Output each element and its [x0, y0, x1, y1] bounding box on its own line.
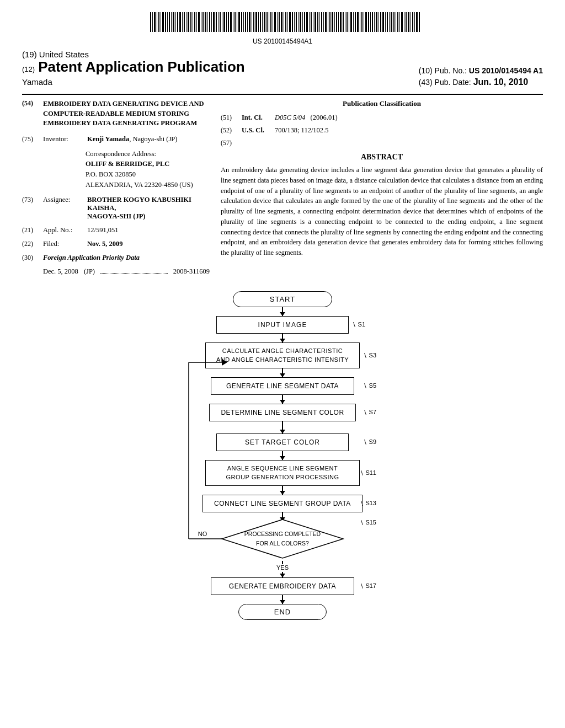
correspondence-block: Correspondence Address: OLIFF & BERRIDGE…	[86, 149, 210, 190]
flowchart-section: START INPUT IMAGE ∖ S1 CALCULATE ANGLE C…	[22, 291, 543, 620]
fc-end: END	[238, 604, 327, 620]
flowchart-wrapper: START INPUT IMAGE ∖ S1 CALCULATE ANGLE C…	[172, 291, 393, 620]
arrow-end	[282, 595, 283, 604]
svg-rect-36	[223, 12, 225, 32]
fc-s17: GENERATE EMBROIDERY DATA	[211, 577, 354, 595]
svg-rect-62	[279, 12, 280, 32]
priority-date: Dec. 5, 2008	[43, 267, 78, 276]
pub-no-value: US 2010/0145494 A1	[469, 66, 543, 75]
fc-s9-label: ∖ S9	[363, 438, 376, 446]
fc-s1-label: ∖ S1	[352, 321, 365, 328]
abstract-text: An embroidery data generating device inc…	[221, 165, 543, 258]
svg-rect-105	[370, 12, 371, 32]
svg-rect-80	[317, 12, 318, 32]
inventor-row: (75) Inventor: Kenji Yamada, Nagoya-shi …	[22, 135, 210, 143]
svg-rect-96	[350, 12, 352, 32]
svg-rect-118	[397, 12, 398, 32]
priority-data-row: Dec. 5, 2008 (JP) 2008-311609	[43, 267, 210, 276]
svg-rect-44	[241, 12, 242, 32]
svg-rect-12	[173, 12, 174, 32]
svg-rect-95	[349, 12, 349, 32]
svg-rect-125	[412, 12, 413, 32]
priority-number: 2008-311609	[173, 267, 210, 276]
correspondence-label: Correspondence Address:	[86, 149, 210, 159]
correspondence-firm: OLIFF & BERRIDGE, PLC	[86, 159, 210, 169]
country-label: (19) United States	[22, 50, 419, 59]
field-51-num: (51)	[221, 114, 242, 122]
svg-rect-2	[152, 12, 153, 32]
svg-rect-65	[285, 12, 286, 32]
svg-rect-29	[209, 12, 210, 32]
svg-rect-76	[309, 12, 310, 32]
svg-rect-127	[416, 12, 418, 32]
fc-s1: INPUT IMAGE	[216, 316, 349, 334]
svg-rect-90	[338, 12, 339, 32]
svg-rect-47	[247, 12, 248, 32]
correspondence-box: P.O. BOX 320850	[86, 169, 210, 180]
svg-rect-30	[211, 12, 212, 32]
svg-rect-77	[311, 12, 312, 32]
svg-rect-82	[321, 12, 322, 32]
svg-rect-14	[177, 12, 178, 32]
svg-rect-66	[287, 12, 288, 32]
fc-s3-row: CALCULATE ANGLE CHARACTERISTICAND ANGLE …	[172, 342, 393, 368]
fc-s13-row: CONNECT LINE SEGMENT GROUP DATA ∖ S13	[172, 495, 393, 512]
left-column: (54) EMBROIDERY DATA GENERATING DEVICE A…	[22, 99, 210, 280]
svg-rect-111	[382, 12, 384, 32]
svg-rect-43	[238, 12, 240, 32]
svg-rect-83	[323, 12, 324, 32]
pub-classification-title: Publication Classification	[221, 99, 543, 108]
field-54-num: (54)	[22, 99, 43, 129]
fc-s11-label: ∖ S11	[360, 469, 376, 477]
svg-rect-22	[194, 12, 195, 32]
svg-rect-58	[270, 12, 271, 32]
svg-rect-10	[169, 12, 170, 32]
field-75-num: (75)	[22, 135, 43, 143]
svg-rect-91	[340, 12, 342, 32]
barcode-svg: // We'll just draw static bars inline	[145, 11, 420, 33]
svg-rect-51	[255, 12, 257, 32]
field-51-label: Int. Cl.	[242, 114, 275, 122]
svg-rect-25	[201, 12, 201, 32]
fc-s3-label: ∖ S3	[363, 352, 376, 359]
fc-s5-row: GENERATE LINE SEGMENT DATA ∖ S5	[172, 377, 393, 395]
page: // We'll just draw static bars inline	[0, 0, 565, 728]
svg-rect-121	[404, 12, 404, 32]
svg-rect-70	[296, 12, 297, 32]
svg-rect-33	[218, 12, 218, 32]
pub-date-label: (43) Pub. Date:	[419, 78, 471, 87]
svg-rect-68	[292, 12, 293, 32]
svg-rect-103	[365, 12, 367, 32]
fc-s7-label: ∖ S7	[363, 409, 376, 416]
svg-rect-20	[190, 12, 191, 32]
svg-rect-104	[368, 12, 369, 32]
svg-rect-78	[313, 12, 313, 32]
svg-rect-56	[266, 12, 268, 32]
pub-date-value: Jun. 10, 2010	[473, 77, 529, 87]
svg-rect-39	[230, 12, 232, 32]
fc-yes-label: YES	[276, 564, 289, 571]
svg-rect-35	[222, 12, 222, 32]
svg-rect-17	[184, 12, 185, 32]
title-block: (54) EMBROIDERY DATA GENERATING DEVICE A…	[22, 99, 210, 129]
svg-rect-64	[284, 12, 284, 32]
field-52-num: (52)	[221, 126, 242, 135]
svg-text:NO: NO	[198, 531, 207, 537]
svg-rect-8	[165, 12, 166, 32]
svg-rect-120	[401, 12, 403, 32]
svg-rect-119	[399, 12, 400, 32]
svg-rect-98	[355, 12, 356, 32]
svg-rect-102	[364, 12, 364, 32]
svg-rect-42	[237, 12, 237, 32]
svg-rect-52	[258, 12, 259, 32]
svg-rect-48	[249, 12, 250, 32]
svg-rect-15	[179, 12, 181, 32]
arrow-yes	[282, 561, 283, 564]
assignee-loc: NAGOYA-SHI (JP)	[87, 212, 210, 221]
svg-rect-84	[325, 12, 327, 32]
fc-s7-row: DETERMINE LINE SEGMENT COLOR ∖ S7	[172, 404, 393, 421]
svg-rect-107	[374, 12, 375, 32]
svg-rect-45	[243, 12, 244, 32]
svg-rect-114	[389, 12, 390, 32]
patent-number-text: US 20100145494A1	[253, 38, 312, 45]
